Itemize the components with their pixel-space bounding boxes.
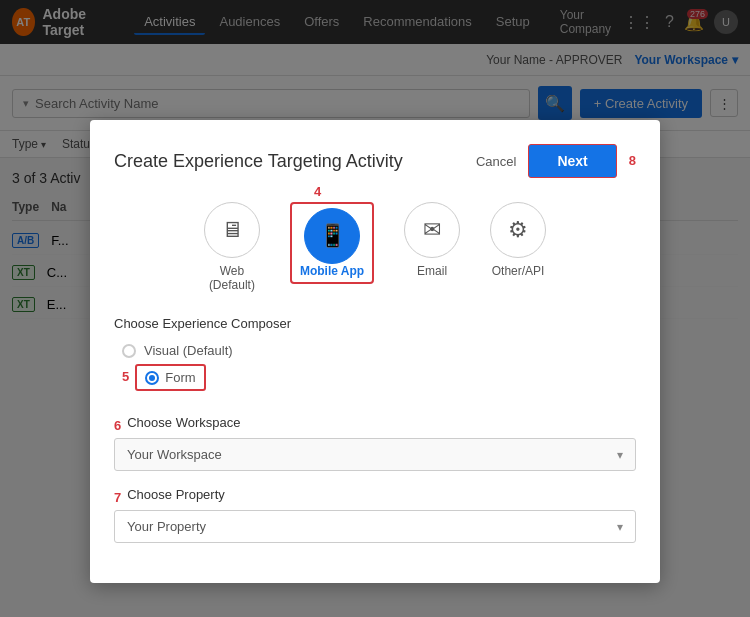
property-value: Your Property (127, 519, 206, 534)
channel-selection: 4 🖥 Web(Default) 📱 Mobile App ✉ Email (114, 202, 636, 292)
radio-form-wrap: 5 Form (122, 364, 628, 391)
channel-mobile[interactable]: 📱 Mobile App (290, 202, 374, 292)
radio-circle-visual (122, 344, 136, 358)
annotation-7: 7 (114, 490, 121, 505)
channel-other[interactable]: ⚙ Other/API (490, 202, 546, 292)
property-label: Choose Property (127, 487, 225, 502)
property-section: 7 Choose Property Your Property ▾ (114, 487, 636, 543)
modal-actions: Cancel Next 8 (476, 144, 636, 178)
create-activity-modal: Create Experience Targeting Activity Can… (90, 120, 660, 583)
workspace-label: Choose Workspace (127, 415, 240, 430)
modal-overlay: Create Experience Targeting Activity Can… (0, 0, 750, 617)
radio-dot-form (149, 375, 155, 381)
annotation-5: 5 (122, 369, 129, 384)
web-label: Web(Default) (209, 264, 255, 292)
radio-visual[interactable]: Visual (Default) (122, 343, 628, 358)
workspace-label-row: 6 Choose Workspace (114, 415, 636, 438)
other-label: Other/API (492, 264, 545, 278)
composer-label: Choose Experience Composer (114, 316, 636, 331)
workspace-section: 6 Choose Workspace Your Workspace ▾ (114, 415, 636, 471)
chevron-down-icon: ▾ (617, 520, 623, 534)
chevron-down-icon: ▾ (617, 448, 623, 462)
modal-title: Create Experience Targeting Activity (114, 151, 403, 172)
mobile-icon: 📱 (304, 208, 360, 264)
radio-label-visual: Visual (Default) (144, 343, 233, 358)
email-label: Email (417, 264, 447, 278)
email-icon: ✉ (404, 202, 460, 258)
annotation-8: 8 (629, 153, 636, 168)
mobile-label: Mobile App (300, 264, 364, 278)
workspace-dropdown[interactable]: Your Workspace ▾ (114, 438, 636, 471)
annotation-6: 6 (114, 418, 121, 433)
channel-email[interactable]: ✉ Email (404, 202, 460, 292)
property-label-row: 7 Choose Property (114, 487, 636, 510)
mobile-selected-wrapper: 📱 Mobile App (290, 202, 374, 284)
radio-label-form: Form (165, 370, 195, 385)
annotation-4: 4 (314, 184, 321, 199)
composer-section: Choose Experience Composer Visual (Defau… (114, 316, 636, 395)
modal-header: Create Experience Targeting Activity Can… (114, 144, 636, 178)
channel-web[interactable]: 🖥 Web(Default) (204, 202, 260, 292)
composer-options: Visual (Default) 5 Form (114, 339, 636, 395)
workspace-value: Your Workspace (127, 447, 222, 462)
radio-form[interactable]: Form (135, 364, 205, 391)
radio-circle-form (145, 371, 159, 385)
channels-list: 🖥 Web(Default) 📱 Mobile App ✉ Email ⚙ Ot… (114, 202, 636, 292)
other-icon: ⚙ (490, 202, 546, 258)
web-icon: 🖥 (204, 202, 260, 258)
property-dropdown[interactable]: Your Property ▾ (114, 510, 636, 543)
cancel-button[interactable]: Cancel (476, 154, 516, 169)
next-button[interactable]: Next (528, 144, 616, 178)
